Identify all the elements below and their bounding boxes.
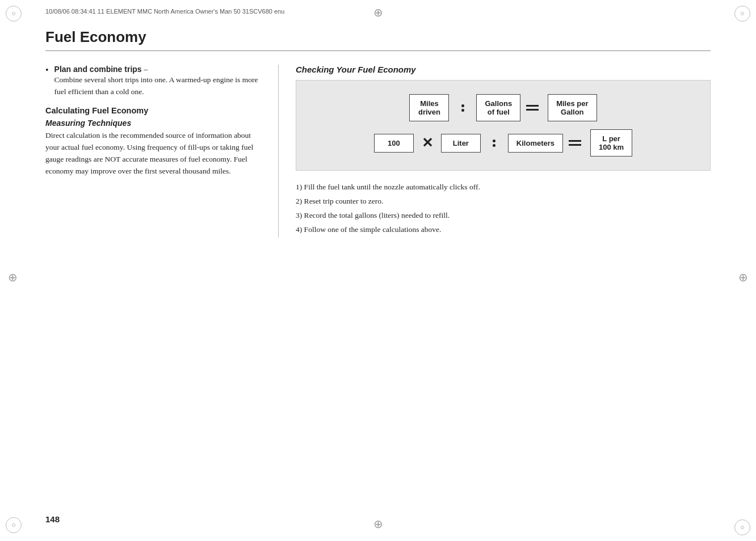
equals-operator-2 [569,140,585,146]
bullet-item-plan: • Plan and combine trips – Combine sever… [45,65,261,98]
step-3: 3) Record the total gallons (liters) nee… [296,209,711,222]
bottom-crosshair: ⊕ [373,517,383,531]
formula-row-2: 100 ✕ Liter [308,129,699,157]
step-1: 1) Fill the fuel tank until the nozzle a… [296,181,711,194]
formula-box-miles-driven: Miles driven [409,94,449,121]
formula-box-gallons-fuel: Gallons of fuel [476,94,520,121]
left-column: • Plan and combine trips – Combine sever… [45,65,261,177]
section-heading-calc: Calculating Fuel Economy [45,106,261,115]
steps-list: 1) Fill the fuel tank until the nozzle a… [296,181,711,236]
divide-operator-1 [455,104,471,112]
corner-tr [732,6,750,24]
page-container: ⊕ ⊕ ⊕ ⊕ 10/08/06 08:34:41 11 ELEMENT MMC… [0,0,756,541]
page-number: 148 [45,514,60,524]
formula-box-liter: Liter [441,134,481,153]
two-column-layout: • Plan and combine trips – Combine sever… [45,65,711,238]
bullet-body: Combine several short trips into one. A … [54,75,258,96]
step-4: 4) Follow one of the simple calculations… [296,223,711,236]
formula-box-kilometers: Kilometers [508,134,563,153]
step-2: 2) Reset trip counter to zero. [296,195,711,208]
formula-box-mpg: Miles per Gallon [548,94,597,121]
diagram-box: Miles driven Gallons of fue [296,80,711,171]
corner-bl [6,517,24,535]
bullet-dot: • [45,65,49,98]
formula-row-1: Miles driven Gallons of fue [308,94,699,121]
bullet-bold-text: Plan and combine trips [54,65,142,74]
top-crosshair: ⊕ [373,6,383,19]
main-content: Fuel Economy • Plan and combine trips – … [0,17,756,255]
formula-box-100: 100 [374,134,414,153]
measuring-body: Direct calculation is the recommended so… [45,130,261,177]
bullet-content: Plan and combine trips – Combine several… [54,65,261,98]
equals-operator-1 [526,105,542,111]
right-column: Checking Your Fuel Economy Miles driven [278,65,711,238]
multiply-operator: ✕ [419,135,435,151]
formula-box-l-per-100km: L per 100 km [590,129,632,157]
corner-br [732,517,750,535]
left-crosshair-mid: ⊕ [8,270,18,284]
checking-title: Checking Your Fuel Economy [296,65,711,74]
divide-operator-2 [486,140,502,147]
page-title: Fuel Economy [45,28,711,51]
corner-tl [6,6,24,24]
subsection-heading-measuring: Measuring Techniques [45,119,261,128]
bullet-dash: – [142,65,148,74]
right-crosshair-top: ⊕ [738,270,748,284]
